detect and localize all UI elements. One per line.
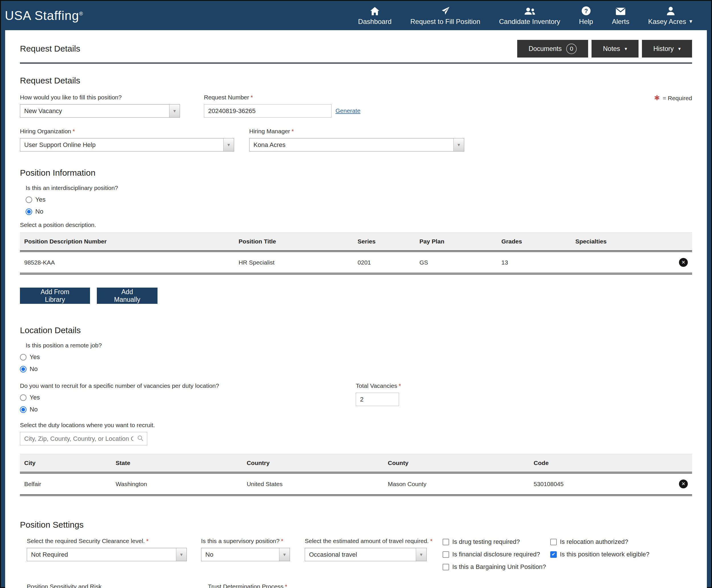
nav-menu: Dashboard Request to Fill Position Candi…	[349, 5, 703, 26]
hiring-manager-select[interactable]: Kona Acres ▼	[249, 138, 464, 151]
column-header: City	[20, 454, 111, 473]
security-clearance-select[interactable]: Not Required ▼	[27, 548, 187, 561]
relocation-authorized-input[interactable]	[550, 539, 557, 545]
documents-button[interactable]: Documents 0	[517, 40, 588, 58]
home-icon	[370, 5, 380, 16]
per-duty-yes-radio[interactable]: Yes	[20, 394, 219, 401]
add-from-library-button[interactable]: Add From Library	[20, 288, 90, 304]
telework-eligible-input[interactable]	[550, 551, 557, 558]
add-manually-button[interactable]: Add Manually	[97, 288, 158, 304]
app-logo[interactable]: USA Staffing®	[5, 8, 83, 23]
cell-position-title: HR Specialist	[234, 251, 353, 274]
column-header: Grades	[497, 233, 571, 251]
cell-grades: 13	[497, 251, 571, 274]
bargaining-unit-checkbox[interactable]: Is this a Bargaining Unit Position?	[443, 563, 550, 571]
nav-help[interactable]: ? Help	[570, 5, 602, 26]
nav-request-to-fill-position[interactable]: Request to Fill Position	[401, 5, 489, 26]
per-duty-yes-input[interactable]	[20, 394, 26, 401]
hiring-organization-select[interactable]: User Support Online Help ▼	[20, 138, 234, 151]
cell-city: Belfair	[20, 473, 111, 495]
checkbox-label: Is relocation authorized?	[560, 538, 628, 546]
column-header: State	[111, 454, 243, 473]
telework-eligible-checkbox[interactable]: Is this position telework eligible?	[550, 551, 649, 558]
remove-position-description-icon[interactable]: ✕	[679, 258, 688, 267]
history-button[interactable]: History ▾	[642, 40, 692, 58]
checkbox-label: Is this a Bargaining Unit Position?	[452, 563, 546, 571]
column-header: Country	[243, 454, 384, 473]
notes-button[interactable]: Notes ▾	[591, 40, 638, 58]
required-asterisk: *	[399, 382, 401, 389]
generate-link[interactable]: Generate	[335, 107, 360, 114]
relocation-authorized-checkbox[interactable]: Is relocation authorized?	[550, 538, 649, 546]
nav-label: Alerts	[612, 18, 629, 26]
account-name: Kasey Acres	[648, 18, 686, 26]
duty-locations-table: City State Country County Code Belfair W…	[20, 454, 692, 496]
position-description-row: 98528-KAA HR Specialist 0201 GS 13 ✕	[20, 251, 692, 274]
radio-label: Yes	[35, 196, 46, 203]
radio-label: Yes	[29, 353, 40, 361]
fill-position-select[interactable]: New Vacancy ▼	[20, 104, 180, 118]
nav-account-menu[interactable]: Kasey Acres ▼	[639, 5, 703, 26]
remote-yes-radio[interactable]: Yes	[20, 353, 692, 361]
remove-duty-location-icon[interactable]: ✕	[679, 480, 688, 488]
per-duty-no-input[interactable]	[20, 406, 26, 413]
position-description-table: Position Description Number Position Tit…	[20, 232, 692, 274]
main-content: Request Details Documents 0 Notes ▾ Hist…	[5, 30, 707, 588]
nav-alerts[interactable]: Alerts	[602, 5, 638, 26]
total-vacancies-label: Total Vacancies*	[356, 382, 401, 389]
per-duty-no-radio[interactable]: No	[20, 406, 219, 413]
remote-yes-input[interactable]	[20, 354, 26, 360]
interdisciplinary-question: Is this an interdisciplinary position?	[26, 185, 692, 191]
required-asterisk: *	[285, 583, 287, 588]
history-button-label: History	[653, 45, 674, 53]
chevron-down-icon: ▾	[625, 46, 627, 52]
chevron-down-icon: ▼	[223, 139, 234, 151]
nav-dashboard[interactable]: Dashboard	[349, 5, 401, 26]
total-vacancies-input[interactable]	[356, 393, 399, 406]
envelope-icon	[615, 5, 626, 16]
chevron-down-icon: ▼	[688, 19, 693, 24]
cell-specialties	[571, 251, 658, 274]
cell-pay-plan: GS	[415, 251, 497, 274]
fill-position-value: New Vacancy	[20, 105, 169, 117]
remote-no-input[interactable]	[20, 366, 26, 373]
chevron-down-icon: ▼	[176, 548, 187, 561]
chevron-down-icon: ▼	[279, 548, 290, 561]
interdisciplinary-yes-input[interactable]	[26, 196, 32, 203]
section-title-request-details: Request Details	[20, 76, 692, 85]
chevron-down-icon: ▾	[678, 46, 681, 52]
interdisciplinary-yes-radio[interactable]: Yes	[26, 196, 692, 203]
remote-no-radio[interactable]: No	[20, 365, 692, 373]
security-clearance-value: Not Required	[27, 548, 176, 561]
cell-series: 0201	[353, 251, 415, 274]
interdisciplinary-no-input[interactable]	[26, 208, 32, 215]
title-divider	[20, 62, 692, 64]
duty-locations-label: Select the duty locations where you want…	[20, 422, 692, 428]
trust-determination-label: Trust Determination Process*	[208, 583, 363, 588]
cell-state: Washington	[111, 473, 243, 495]
position-sensitivity-label: Position Sensitivity and Risk	[27, 583, 187, 588]
column-header	[654, 454, 692, 473]
users-icon	[524, 5, 536, 16]
per-duty-question: Do you want to recruit for a specific nu…	[20, 382, 219, 389]
travel-select[interactable]: Occasional travel ▼	[305, 548, 427, 561]
financial-disclosure-checkbox[interactable]: Is financial disclosure required?	[443, 551, 550, 558]
nav-label: Help	[579, 18, 593, 26]
section-title-location-details: Location Details	[20, 326, 692, 335]
nav-candidate-inventory[interactable]: Candidate Inventory	[489, 5, 570, 26]
bargaining-unit-input[interactable]	[443, 564, 449, 570]
cell-pd-number: 98528-KAA	[20, 251, 234, 274]
financial-disclosure-input[interactable]	[443, 551, 449, 558]
section-title-position-information: Position Information	[20, 168, 692, 178]
request-number-input[interactable]	[204, 104, 332, 118]
drug-testing-checkbox[interactable]: Is drug testing required?	[443, 538, 550, 546]
drug-testing-input[interactable]	[443, 539, 449, 545]
interdisciplinary-no-radio[interactable]: No	[26, 208, 692, 215]
brand-text: USA Staffing	[5, 8, 79, 22]
column-header: County	[384, 454, 529, 473]
supervisory-select[interactable]: No ▼	[201, 548, 290, 561]
duty-location-search-input[interactable]	[20, 432, 147, 445]
supervisory-value: No	[201, 548, 279, 561]
table-header-row: City State Country County Code	[20, 454, 692, 473]
page-title: Request Details	[20, 44, 80, 54]
